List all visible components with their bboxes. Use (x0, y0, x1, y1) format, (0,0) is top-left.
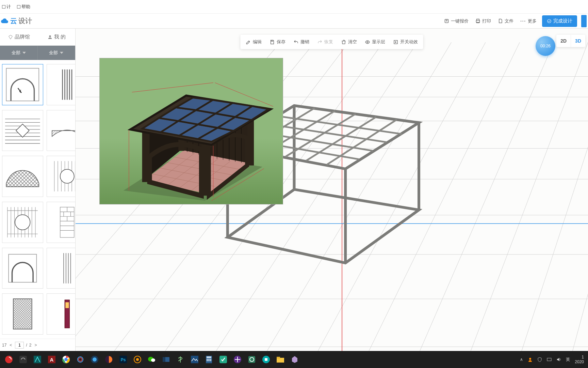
page-sep: / (26, 343, 27, 348)
thumb-arch-2[interactable] (2, 248, 43, 289)
chevron-down-icon (60, 52, 63, 54)
menu-design[interactable]: 计 (2, 4, 11, 10)
taskbar-app-1[interactable] (2, 353, 16, 366)
page-next[interactable]: > (33, 343, 38, 348)
taskbar-photoshop[interactable]: Ps (116, 353, 130, 366)
taskbar-explorer[interactable] (274, 353, 287, 366)
filter-subcategory[interactable]: 全部 (38, 46, 76, 60)
print-label: 打印 (482, 18, 491, 24)
clear-label: 清空 (348, 39, 357, 45)
tray-network-icon[interactable] (547, 357, 552, 362)
redo-icon (317, 40, 323, 45)
design-canvas[interactable]: 编辑 保存 撤销 恢复 清空 显示层 开关动效 00:26 2D 3D (76, 29, 588, 351)
thumb-dense-pattern[interactable] (2, 293, 43, 335)
svg-point-26 (60, 169, 74, 183)
print-button[interactable]: 打印 (474, 16, 492, 26)
thumb-lattice-arch[interactable] (2, 156, 43, 197)
taskbar-app-13[interactable] (174, 353, 187, 366)
tray-ime[interactable]: 英 (566, 357, 570, 363)
thumb-slats-2[interactable] (47, 248, 75, 289)
taskbar-app-2[interactable] (16, 353, 30, 366)
page-current-input[interactable] (15, 342, 24, 349)
taskbar-app-19[interactable] (259, 353, 273, 366)
taskbar-app-12[interactable] (159, 353, 173, 366)
svg-rect-161 (163, 357, 165, 362)
filter-category[interactable]: 全部 (0, 46, 38, 60)
quote-icon (444, 18, 449, 24)
anim-toggle-button[interactable]: 开关动效 (389, 35, 422, 49)
redo-button[interactable]: 恢复 (313, 35, 337, 49)
windows-taskbar: A Ps ∧ 英 1 2020 (0, 351, 588, 368)
file-button[interactable]: 文件 (496, 16, 515, 26)
taskbar-app-16[interactable] (216, 353, 230, 366)
more-button[interactable]: ···更多 (519, 16, 538, 26)
reference-image-overlay[interactable] (99, 58, 283, 204)
filter-1-label: 全部 (12, 50, 20, 56)
taskbar-app-4[interactable]: A (45, 353, 59, 366)
taskbar-firefox[interactable] (102, 353, 116, 366)
undo-icon (294, 40, 299, 45)
view-2d-button[interactable]: 2D (556, 35, 571, 47)
finish-label: 完成设计 (553, 18, 572, 24)
taskbar-app-6[interactable] (74, 353, 87, 366)
collapsed-action[interactable] (581, 15, 587, 27)
taskbar-app-17[interactable] (231, 353, 244, 366)
tab-brand[interactable]: 品牌馆 (0, 29, 38, 45)
svg-rect-54 (13, 299, 32, 329)
clear-icon (341, 40, 346, 45)
view-mode-toggle: 2D 3D (556, 35, 585, 47)
page-prev[interactable]: < (9, 343, 13, 348)
view-3d-button[interactable]: 3D (571, 35, 585, 47)
taskbar-app-3[interactable] (31, 353, 44, 366)
anim-icon (393, 40, 398, 45)
thumb-circle-panel[interactable] (47, 156, 75, 197)
thumb-slats[interactable] (47, 64, 75, 105)
menu-help[interactable]: 帮助 (17, 4, 30, 10)
tray-chevron-icon[interactable]: ∧ (520, 357, 523, 362)
edit-button[interactable]: 编辑 (242, 35, 266, 49)
svg-rect-169 (208, 360, 210, 361)
taskbar-app-18[interactable] (245, 353, 259, 366)
tray-volume-icon[interactable] (556, 357, 561, 362)
system-tray: ∧ 英 1 2020 (520, 355, 586, 365)
thumb-arc-panel[interactable] (47, 110, 75, 151)
taskbar-app-21[interactable] (288, 353, 301, 366)
finish-design-button[interactable]: 完成设计 (542, 15, 577, 27)
taskbar-app-14[interactable] (188, 353, 201, 366)
tray-shield-icon[interactable] (537, 357, 542, 362)
filter-2-label: 全部 (49, 50, 58, 56)
session-timer: 00:26 (536, 36, 555, 56)
tray-user-icon[interactable] (528, 357, 533, 362)
thumb-lamp-post[interactable] (47, 293, 75, 335)
taskbar-app-10[interactable] (131, 353, 144, 366)
tray-date: 2020 (575, 359, 584, 364)
dots-icon: ··· (520, 18, 526, 24)
thumb-arch[interactable] (2, 64, 43, 105)
quote-button[interactable]: 一键报价 (443, 16, 470, 26)
layer-button[interactable]: 显示层 (361, 35, 389, 49)
svg-text:Ps: Ps (121, 357, 126, 362)
svg-rect-56 (65, 302, 69, 308)
taskbar-chrome[interactable] (59, 353, 73, 366)
taskbar-calculator[interactable] (202, 353, 216, 366)
menu-help-label: 帮助 (21, 4, 30, 10)
tab-mine[interactable]: 我 的 (38, 29, 76, 45)
undo-button[interactable]: 撤销 (290, 35, 313, 49)
left-sidebar: 品牌馆 我 的 全部 全部 17 < / 2 > (0, 29, 76, 351)
check-icon (547, 19, 552, 24)
sidebar-tabs: 品牌馆 我 的 (0, 29, 75, 46)
app-header: 云 设计 一键报价 打印 文件 ···更多 完成设计 (0, 14, 588, 29)
svg-text:A: A (50, 357, 54, 363)
file-label: 文件 (505, 18, 513, 24)
file-icon (498, 18, 503, 24)
svg-rect-177 (277, 358, 284, 363)
clear-button[interactable]: 清空 (337, 35, 361, 49)
tray-clock[interactable]: 1 2020 (575, 355, 584, 365)
save-button[interactable]: 保存 (266, 35, 290, 49)
taskbar-app-7[interactable] (88, 353, 101, 366)
taskbar-wechat[interactable] (145, 353, 159, 366)
svg-point-152 (93, 357, 97, 362)
thumb-brick-pattern[interactable] (47, 202, 75, 243)
thumb-diamond-panel[interactable] (2, 110, 43, 151)
thumb-circle-panel-2[interactable] (2, 202, 43, 243)
